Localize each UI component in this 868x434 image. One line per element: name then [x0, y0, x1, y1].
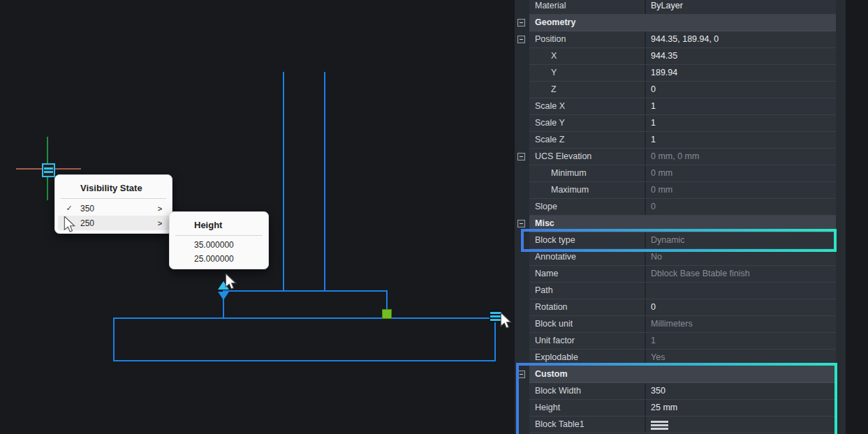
- property-value[interactable]: 0: [646, 299, 836, 315]
- property-row-block-unit[interactable]: Block unitMillimeters: [515, 316, 836, 333]
- section-header-custom[interactable]: Custom: [515, 366, 836, 383]
- section-header-misc[interactable]: Misc: [515, 216, 836, 232]
- row-gutter: [515, 0, 529, 15]
- property-value[interactable]: 189.94: [646, 65, 836, 81]
- property-row-maximum[interactable]: Maximum0 mm: [515, 182, 836, 199]
- properties-panel: MaterialByLayerGeometryPosition944.35, 1…: [515, 0, 846, 434]
- row-cells: Block unitMillimeters: [529, 316, 836, 333]
- property-value[interactable]: 25 mm: [646, 400, 836, 416]
- property-value[interactable]: [646, 283, 836, 299]
- collapse-minus-icon[interactable]: [517, 371, 525, 378]
- property-row-rotation[interactable]: Rotation0: [515, 299, 836, 316]
- property-row-position[interactable]: Position944.35, 189.94, 0: [515, 31, 836, 48]
- property-row-material[interactable]: MaterialByLayer: [515, 0, 836, 15]
- property-value[interactable]: 1: [646, 132, 836, 148]
- property-label: Material: [529, 0, 646, 14]
- block-base-rectangle[interactable]: [113, 317, 496, 361]
- property-row-path[interactable]: Path: [515, 283, 836, 299]
- property-label: Block Width: [529, 383, 646, 399]
- stretch-grip-up-arrow-icon[interactable]: [218, 281, 229, 290]
- collapse-minus-icon[interactable]: [517, 153, 525, 160]
- property-value[interactable]: 944.35, 189.94, 0: [646, 31, 836, 47]
- menu-item-35[interactable]: 35.000000: [172, 238, 265, 252]
- row-gutter: [515, 366, 529, 383]
- chevron-right-icon: >: [151, 219, 169, 227]
- menu-title: Visibility State: [55, 179, 172, 198]
- menu-separator: [61, 198, 166, 199]
- row-cells: Custom: [529, 366, 836, 383]
- property-value[interactable]: 350: [646, 383, 836, 399]
- row-cells: X944.35: [529, 48, 836, 65]
- property-row-explodable[interactable]: ExplodableYes: [515, 350, 836, 366]
- drawing-canvas[interactable]: Visibility State ✓ 350 > 250 > Height 35…: [0, 0, 515, 434]
- collapse-minus-icon[interactable]: [517, 220, 525, 227]
- property-row-name[interactable]: NameDblock Base Btable finish: [515, 266, 836, 283]
- property-row-block-table1[interactable]: Block Table1: [515, 417, 836, 433]
- property-row-height[interactable]: Height25 mm: [515, 400, 836, 417]
- property-value[interactable]: 944.35: [646, 48, 836, 64]
- row-gutter: [515, 266, 529, 283]
- hot-grip-square[interactable]: [382, 309, 392, 319]
- property-row-y[interactable]: Y189.94: [515, 65, 836, 82]
- property-row-scale-y[interactable]: Scale Y1: [515, 115, 836, 132]
- chevron-right-icon: >: [151, 204, 169, 213]
- properties-rows: MaterialByLayerGeometryPosition944.35, 1…: [515, 0, 836, 433]
- property-row-unit-factor[interactable]: Unit factor1: [515, 333, 836, 350]
- property-value[interactable]: 0 mm: [646, 165, 836, 181]
- block-line-vertical-left[interactable]: [283, 72, 284, 291]
- property-row-minimum[interactable]: Minimum0 mm: [515, 165, 836, 182]
- row-cells: NameDblock Base Btable finish: [529, 266, 836, 283]
- property-row-block-width[interactable]: Block Width350: [515, 383, 836, 400]
- menu-item-25[interactable]: 25.000000: [172, 252, 265, 266]
- lookup-grip-icon[interactable]: [42, 163, 55, 177]
- height-submenu: Height 35.000000 25.000000: [169, 211, 269, 269]
- row-gutter: [515, 199, 529, 216]
- property-row-scale-x[interactable]: Scale X1: [515, 98, 836, 115]
- property-value[interactable]: 0: [646, 82, 836, 98]
- property-value[interactable]: Yes: [646, 350, 836, 366]
- property-label: Block type: [529, 232, 646, 248]
- row-cells: Z0: [529, 82, 836, 98]
- row-gutter: [515, 48, 529, 65]
- property-label: Unit factor: [529, 333, 646, 349]
- property-row-slope[interactable]: Slope0: [515, 199, 836, 216]
- property-value[interactable]: [646, 417, 836, 433]
- property-value[interactable]: 1: [646, 98, 836, 114]
- row-cells: Minimum0 mm: [529, 165, 836, 182]
- menu-item-label: 35.000000: [194, 240, 265, 250]
- property-value[interactable]: Dynamic: [646, 232, 836, 248]
- property-row-annotative[interactable]: AnnotativeNo: [515, 249, 836, 266]
- row-cells: Slope0: [529, 199, 836, 216]
- table-rows-icon[interactable]: [651, 421, 668, 430]
- block-line-vertical-right[interactable]: [324, 72, 325, 291]
- property-value[interactable]: 1: [646, 115, 836, 131]
- property-value[interactable]: Dblock Base Btable finish: [646, 266, 836, 282]
- stretch-grip-down-arrow-icon[interactable]: [218, 292, 229, 300]
- row-gutter: [515, 299, 529, 316]
- property-row-ucs-elevation[interactable]: UCS Elevation0 mm, 0 mm: [515, 149, 836, 165]
- section-header-geometry[interactable]: Geometry: [515, 15, 836, 31]
- property-row-z[interactable]: Z0: [515, 82, 836, 98]
- property-value[interactable]: 0 mm, 0 mm: [646, 149, 836, 165]
- property-label: Block unit: [529, 316, 646, 332]
- property-row-x[interactable]: X944.35: [515, 48, 836, 65]
- block-table-lookup-grip-icon[interactable]: [490, 310, 502, 322]
- row-gutter: [515, 316, 529, 333]
- row-gutter: [515, 31, 529, 48]
- submenu-title: Height: [170, 216, 268, 235]
- property-value[interactable]: 0: [646, 199, 836, 215]
- collapse-minus-icon[interactable]: [517, 36, 525, 43]
- menu-item-250[interactable]: 250 >: [58, 216, 169, 230]
- property-row-block-type[interactable]: Block typeDynamic: [515, 232, 836, 249]
- block-line-top-horizontal[interactable]: [223, 290, 388, 292]
- row-cells: Block Table1: [529, 417, 836, 433]
- property-value[interactable]: No: [646, 249, 836, 265]
- property-label: Scale Y: [529, 115, 646, 131]
- property-value[interactable]: Millimeters: [646, 316, 836, 332]
- collapse-minus-icon[interactable]: [517, 19, 525, 27]
- menu-item-350[interactable]: ✓ 350 >: [58, 201, 169, 216]
- property-row-scale-z[interactable]: Scale Z1: [515, 132, 836, 149]
- property-value[interactable]: 1: [646, 333, 836, 349]
- property-value[interactable]: ByLayer: [646, 0, 836, 14]
- property-value[interactable]: 0 mm: [646, 182, 836, 198]
